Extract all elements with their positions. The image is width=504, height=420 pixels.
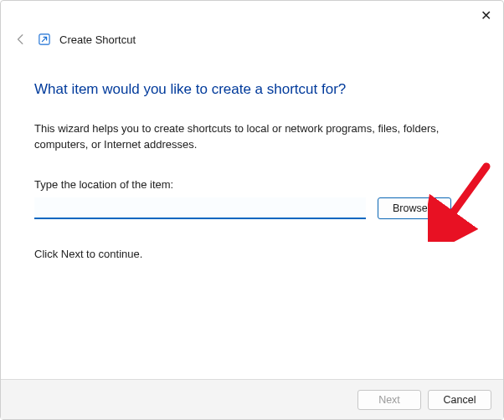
wizard-description: This wizard helps you to create shortcut… bbox=[34, 121, 453, 153]
browse-button[interactable]: Browse... bbox=[378, 197, 451, 219]
location-input[interactable] bbox=[34, 197, 366, 219]
continue-hint: Click Next to continue. bbox=[34, 248, 470, 260]
page-heading: What item would you like to create a sho… bbox=[34, 81, 470, 98]
create-shortcut-dialog: ✕ Create Shortcut What item would you li… bbox=[0, 0, 504, 420]
dialog-footer: Next Cancel bbox=[1, 379, 503, 419]
cancel-button[interactable]: Cancel bbox=[428, 390, 491, 410]
dialog-header: Create Shortcut bbox=[1, 29, 503, 51]
shortcut-icon bbox=[38, 33, 51, 46]
dialog-content: What item would you like to create a sho… bbox=[1, 51, 503, 379]
location-input-label: Type the location of the item: bbox=[34, 178, 470, 191]
titlebar: ✕ bbox=[1, 1, 503, 29]
close-icon[interactable]: ✕ bbox=[476, 6, 495, 24]
next-button[interactable]: Next bbox=[357, 390, 421, 410]
back-arrow-icon bbox=[13, 31, 29, 48]
dialog-title: Create Shortcut bbox=[59, 33, 136, 46]
location-input-row: Browse... bbox=[34, 197, 470, 219]
